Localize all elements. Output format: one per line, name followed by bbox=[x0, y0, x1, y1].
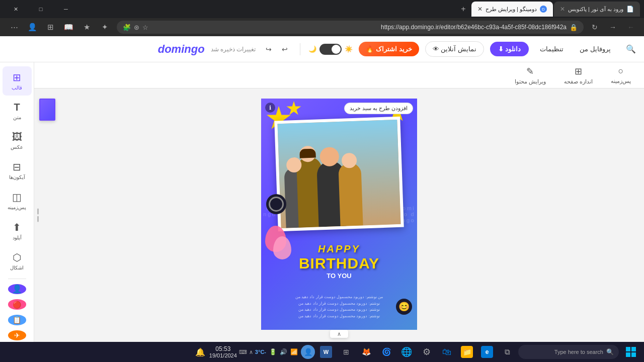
background-icon: ◫ bbox=[12, 191, 22, 203]
more-options-icon[interactable]: ⋯ bbox=[6, 19, 22, 35]
notification-button[interactable]: 🔔 bbox=[193, 345, 207, 359]
undo-button[interactable]: ↩ bbox=[278, 42, 292, 56]
tab1-close-icon[interactable]: ✕ bbox=[560, 6, 565, 13]
taskbar-chrome-icon[interactable]: 🌐 bbox=[397, 343, 416, 361]
canvas-tool-background[interactable]: ○ پس‌زمینه bbox=[606, 63, 636, 87]
birthday-text: BIRTHDAY bbox=[261, 255, 417, 272]
sidebar-item-background[interactable]: ◫ پس‌زمینه bbox=[3, 186, 32, 215]
sidebar-item-template[interactable]: ⊞ قالب bbox=[3, 66, 32, 96]
taskbar-app3-icon[interactable]: ⊞ bbox=[337, 343, 355, 361]
design-canvas[interactable]: domingo domingo domingo domingo domingo … bbox=[261, 99, 417, 330]
taskbar-search[interactable]: 🔍 Type here to search bbox=[518, 345, 619, 359]
bottom-text: من نوشتم: دوربود محسمول دوست قرار داد ده… bbox=[261, 294, 417, 320]
theme-toggle[interactable]: ☀️ 🌙 bbox=[308, 44, 353, 55]
taskbar-store-icon[interactable]: 🛍 bbox=[438, 343, 456, 361]
sidebar-divider bbox=[8, 279, 26, 279]
tab1-favicon: 📄 bbox=[626, 6, 634, 13]
task-view-button[interactable]: ⧉ bbox=[498, 343, 516, 361]
subscribe-button[interactable]: خرید اشتراک 🔥 bbox=[359, 42, 419, 56]
photo-frame[interactable] bbox=[274, 117, 404, 232]
time-display: 05:53 bbox=[209, 345, 237, 352]
redo-button[interactable]: ↪ bbox=[262, 42, 276, 56]
close-button[interactable]: ✕ bbox=[4, 1, 27, 17]
sidebar-item-upload[interactable]: ⬆ آپلود bbox=[3, 216, 32, 245]
start-button[interactable] bbox=[621, 344, 641, 360]
download-button[interactable]: دانلود ⬇ bbox=[490, 42, 529, 56]
taskbar-avatar[interactable]: 👤 bbox=[301, 345, 315, 359]
window-controls: ─ □ ✕ bbox=[4, 1, 77, 17]
wifi-icon[interactable]: 📶 bbox=[289, 347, 299, 356]
tab1-title: ورود به آی نور | پاکنویس bbox=[568, 6, 623, 13]
add-tab-button[interactable]: + bbox=[456, 2, 470, 16]
clock-display[interactable]: 05:53 19/01/2024 bbox=[209, 345, 237, 358]
volume-icon[interactable]: 🔊 bbox=[279, 347, 288, 356]
address-icons: ☆ ⊛ 🧩 bbox=[123, 24, 148, 31]
taskbar-right: 👤 📶 🔊 🔋 -3°C ∧ ⌨ 05:53 19/01/2024 🔔 bbox=[193, 345, 315, 359]
sidebar-item-image[interactable]: 🖼 عکس bbox=[3, 126, 32, 155]
svg-rect-10 bbox=[626, 352, 630, 357]
circle-decoration bbox=[266, 194, 286, 214]
date-display: 19/01/2024 bbox=[209, 352, 237, 358]
pagesize-icon: ⊞ bbox=[575, 66, 582, 77]
back-button[interactable]: ← bbox=[624, 20, 638, 34]
taskbar-fileexplorer-icon[interactable]: 📁 bbox=[458, 343, 476, 361]
sidebar-item-icons[interactable]: ⊟ آیکون‌ها bbox=[3, 156, 32, 185]
app-main: ○ پس‌زمینه ⊞ اندازه صفحه ✎ ویرایش محتوا bbox=[0, 62, 644, 362]
toggle-track[interactable] bbox=[319, 44, 342, 55]
autosave-text: تغییرات ذخیره شد bbox=[211, 46, 256, 53]
refresh-button[interactable]: ↻ bbox=[588, 20, 602, 34]
copilot-icon[interactable]: ✦ bbox=[97, 19, 113, 35]
collections-icon[interactable]: ⊞ bbox=[42, 19, 58, 35]
taskbar-word-icon[interactable]: W bbox=[317, 343, 335, 361]
battery-icon[interactable]: 🔋 bbox=[268, 347, 278, 356]
systray-more-icon[interactable]: ∧ bbox=[249, 349, 253, 355]
sun-icon: ☀️ bbox=[345, 45, 353, 53]
sidebar-action-btn-2[interactable]: 🔴 bbox=[8, 299, 26, 310]
pink-btn-icon: 🔴 bbox=[13, 301, 21, 309]
tab2-close-icon[interactable]: ✕ bbox=[477, 6, 482, 13]
browser-tab-1[interactable]: 📄 ورود به آی نور | پاکنویس ✕ bbox=[554, 2, 640, 17]
browser-tab-2[interactable]: D دومینگو | ویرایش طرح ✕ bbox=[471, 2, 553, 17]
taskbar-edge-icon[interactable]: e bbox=[478, 343, 496, 361]
extensions-icon[interactable]: 🧩 bbox=[123, 24, 131, 31]
settings-button[interactable]: تنظیمات bbox=[535, 42, 569, 56]
favorites-icon[interactable]: ★ bbox=[78, 19, 95, 35]
address-box[interactable]: 🔒 https://app.domingo.ir/editor/b62e46bc… bbox=[117, 21, 584, 34]
profile-button[interactable]: پروفایل من bbox=[575, 42, 616, 56]
star-icon[interactable]: ☆ bbox=[142, 24, 148, 31]
taskbar-app1-icon[interactable]: 🌀 bbox=[377, 343, 395, 361]
toggle-thumb bbox=[332, 45, 341, 54]
keyboard-icon[interactable]: ⌨ bbox=[239, 349, 247, 355]
canvas-workspace[interactable]: domingo domingo domingo domingo domingo … bbox=[34, 88, 644, 342]
minimize-button[interactable]: ─ bbox=[54, 1, 77, 17]
maximize-button[interactable]: □ bbox=[29, 1, 52, 17]
forward-button[interactable]: → bbox=[606, 20, 620, 34]
page-thumbnail[interactable] bbox=[39, 99, 55, 121]
background-circle-icon: ○ bbox=[618, 66, 624, 76]
taskbar-settings-icon[interactable]: ⚙ bbox=[418, 343, 436, 361]
sidebar-action-btn-3[interactable]: 📋 bbox=[8, 315, 26, 325]
profile-icon[interactable]: 👤 bbox=[24, 19, 40, 35]
purple-btn-icon: 👤 bbox=[12, 284, 22, 294]
sidebar-item-text[interactable]: T متن bbox=[3, 97, 32, 125]
info-button[interactable]: ℹ bbox=[265, 103, 275, 113]
background-label: پس‌زمینه bbox=[8, 205, 26, 210]
add-to-cart-button[interactable]: افزودن طرح به سبد خرید bbox=[344, 103, 413, 114]
preview-button[interactable]: نمایش آنلاین 👁 bbox=[425, 41, 484, 57]
collections-icon[interactable]: ⊛ bbox=[134, 24, 139, 31]
sidebar-action-btn-4[interactable]: ✈ bbox=[8, 330, 26, 341]
side-handle-left[interactable] bbox=[37, 209, 39, 222]
text-icon: T bbox=[14, 102, 20, 113]
taskbar-app2-icon[interactable]: 🦊 bbox=[357, 343, 375, 361]
bottom-line-3: نوشتم: دوربود محسمول دوست قرار داد دهید … bbox=[266, 307, 412, 313]
upload-label: آپلود bbox=[13, 235, 22, 240]
canvas-tool-editcontent[interactable]: ✎ ویرایش محتوا bbox=[510, 63, 551, 88]
app-logo[interactable]: domingo bbox=[158, 43, 205, 56]
canvas-tool-pagesize[interactable]: ⊞ اندازه صفحه bbox=[559, 63, 598, 88]
search-icon[interactable]: 🔍 bbox=[626, 44, 636, 54]
reading-list-icon[interactable]: 📖 bbox=[60, 19, 76, 35]
scroll-up-chevron[interactable]: ∧ bbox=[330, 330, 348, 338]
image-icon: 🖼 bbox=[12, 131, 22, 143]
sidebar-item-shapes[interactable]: ⬡ اشکال bbox=[3, 246, 32, 276]
sidebar-action-btn-1[interactable]: 👤 bbox=[8, 284, 26, 295]
